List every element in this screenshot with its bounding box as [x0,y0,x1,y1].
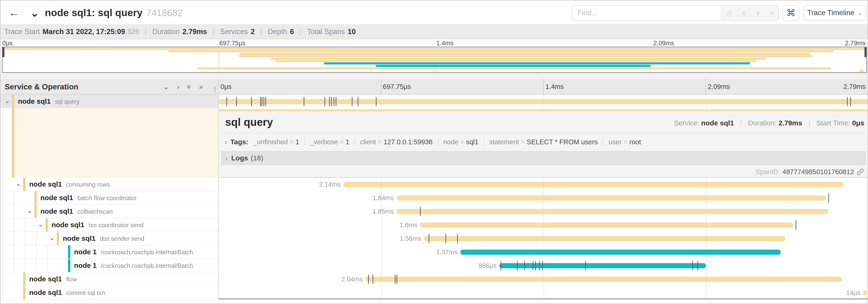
view-selector-button[interactable]: Trace Timeline ⌄ [804,5,866,21]
overview-tick-label: 697.75μs [219,40,246,47]
chevron-down-icon[interactable]: ⌄ [163,83,169,91]
log-tick-mark [445,234,446,243]
span-operation-name: flow [66,276,77,283]
span-bar[interactable] [397,195,826,201]
span-bar-row[interactable]: 2.14ms [219,178,868,191]
copy-link-icon[interactable] [856,168,864,176]
span-bar[interactable] [397,209,828,214]
span-bar-row[interactable]: 1.6ms [219,218,868,232]
timeline-minimap[interactable] [2,47,867,73]
tree-row[interactable]: node 1/cockroach.roachpb.Internal/Batch [0,245,218,259]
span-bar[interactable] [366,277,842,282]
span-service-name: node sql1txn coordinator send [52,221,144,229]
indent-guide [3,245,3,259]
logs-section[interactable]: › Logs (18) [221,151,866,165]
tree-row[interactable]: ⌄node sql1sql query [0,95,218,108]
tag-key: client [360,138,376,146]
search-input[interactable] [572,6,721,20]
span-service-name: node 1/cockroach.roachpb.Internal/Batch [74,248,193,256]
double-chevron-right-icon[interactable]: » [199,83,203,91]
panel-divider[interactable] [218,79,219,300]
clear-search-icon[interactable]: × [770,9,774,17]
span-duration-label: 1.6ms [399,218,417,232]
keyboard-shortcuts-button[interactable]: ⌘ [782,5,799,21]
tree-row[interactable]: ⌄node sql1dist sender send [0,232,218,245]
expander-chevron-icon[interactable]: ⌄ [49,234,55,242]
minimap-span-row[interactable] [3,58,866,60]
next-match-icon[interactable]: ∨ [756,9,761,17]
span-color-accent [34,205,37,218]
span-duration-label: 1.85ms [372,205,394,218]
span-operation-name: colbatchscan [77,208,113,215]
indent-guide [14,191,14,204]
trace-collapse-icon[interactable]: ⌄ [30,7,39,19]
horizontal-scrollbar[interactable] [219,298,868,300]
locate-icon[interactable]: ◎ [726,9,732,17]
double-chevron-down-icon[interactable]: » [185,85,193,89]
span-bar[interactable] [219,99,868,104]
span-service-name: node sql1commit sql txn [29,289,105,297]
minimap-span-row[interactable] [3,50,866,53]
minimap-left-handle[interactable] [3,47,4,57]
tree-row[interactable]: node 1/cockroach.roachpb.Internal/Batch [0,259,218,272]
span-bar[interactable] [863,290,867,295]
span-duration-label: 886μs [478,259,497,272]
minimap-span-row[interactable] [3,48,866,50]
log-tick-mark [397,275,397,284]
minimap-span-row[interactable] [3,62,866,65]
span-duration-label: 14μs [846,286,860,300]
span-bar-row[interactable]: 1.37ms [219,245,868,259]
summary-item-label: Trace Start [4,28,40,36]
prev-match-icon[interactable]: ∧ [741,9,747,17]
tree-row[interactable]: ⌄node sql1txn coordinator send [0,218,218,232]
span-bar[interactable] [499,263,706,268]
expander-chevron-icon[interactable]: ⌄ [38,220,44,228]
span-bar-row[interactable]: 886μs [219,259,868,272]
log-tick-mark [457,234,458,243]
back-icon[interactable]: ← [8,6,20,19]
chevron-right-icon[interactable]: › [177,83,179,91]
span-tree: ⌄node sql1sql query⌄node sql1consuming r… [0,95,218,300]
column-resizer-grip[interactable]: ∥ [214,86,217,93]
span-id-label: SpanID: [756,168,780,176]
span-bar-row[interactable]: 1.84ms [219,191,868,205]
span-bar[interactable] [420,223,793,228]
expander-chevron-icon[interactable]: ⌄ [27,206,32,214]
span-bar-row[interactable]: 2.04ms [219,272,868,286]
tree-row[interactable]: node sql1flow [0,272,218,286]
minimap-span-bar [276,60,756,62]
trace-view-app: ← ⌄ node sql1: sql query7418682 ◎∧∨× ⌘ T… [0,0,868,304]
tag-equals: = [460,138,464,146]
tree-row[interactable]: node sql1batch flow coordinator [0,191,218,205]
span-bar-row[interactable]: 1.85ms [219,205,868,218]
span-operation-name: sql query [55,98,80,105]
expander-chevron-icon[interactable]: ⌄ [4,96,10,105]
summary-item-value: 2 [251,28,255,36]
span-bar[interactable] [343,182,844,187]
minimap-span-row[interactable] [3,70,866,72]
indent-guide [25,259,26,272]
span-bar-row[interactable]: 14μs [219,286,868,300]
trace-id: 7418682 [146,8,183,18]
chevron-right-icon: › [225,154,227,162]
span-bar[interactable] [424,236,785,241]
minimap-right-handle[interactable] [865,47,866,57]
span-bar-row[interactable]: 1.56ms [219,232,868,245]
span-operation-name: commit sql txn [66,289,105,296]
indent-guide [14,205,14,218]
tree-row[interactable]: ⌄node sql1consuming rows [0,178,218,191]
span-bar-row[interactable] [219,95,868,108]
tags-section[interactable]: › Tags: _unfinished=1_verbose=1client=12… [222,135,641,148]
minimap-span-row[interactable] [3,67,866,70]
tree-row[interactable]: ⌄node sql1colbatchscan [0,205,218,218]
summary-separator: | [145,28,147,36]
tag-value: root [629,138,641,146]
minimap-span-row[interactable] [3,53,866,55]
tree-row[interactable]: node sql1commit sql txn [0,286,218,300]
minimap-span-row[interactable] [3,55,866,58]
span-bar[interactable] [460,249,781,255]
minimap-span-row[interactable] [3,65,866,67]
expander-chevron-icon[interactable]: ⌄ [16,179,21,188]
summary-item-value: 10 [348,28,356,36]
minimap-span-row[interactable] [3,60,866,62]
